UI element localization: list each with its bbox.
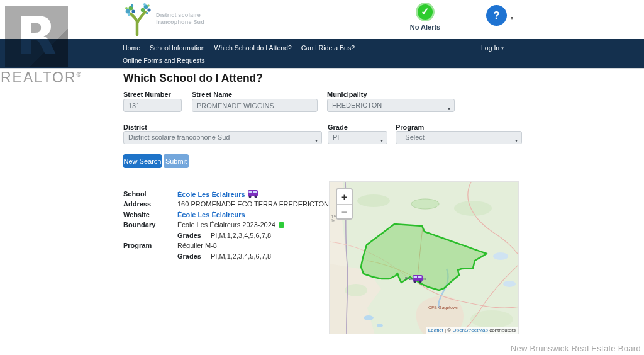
district-logo-line2: francophone Sud: [156, 19, 204, 26]
check-circle-icon: ✓: [416, 3, 435, 21]
question-mark-icon: ?: [493, 9, 499, 21]
district-logo[interactable]: [123, 3, 152, 38]
bus-icon: [248, 190, 258, 198]
tree-logo-icon: [123, 3, 152, 36]
address-value: 160 PROMENADE ECO TERRA FREDERICTON: [177, 200, 329, 208]
grades-label: Grades: [177, 232, 201, 239]
district-label: District: [123, 123, 147, 131]
submit-button[interactable]: Submit: [164, 154, 189, 168]
nav-item-home[interactable]: Home: [121, 44, 142, 52]
login-menu[interactable]: Log In▾: [481, 44, 504, 52]
header: District scolaire francophone Sud ✓ No A…: [0, 0, 644, 39]
grade-value: PI: [333, 133, 339, 141]
registered-symbol: ®: [77, 71, 82, 78]
nav-item-ride-bus[interactable]: Can I Ride a Bus?: [299, 44, 357, 52]
help-caret-icon[interactable]: ▾: [511, 15, 513, 21]
grades-value: PI,M,1,2,3,4,5,6,7,8: [211, 232, 271, 239]
nav-item-school-information[interactable]: School Information: [148, 44, 207, 52]
street-name-input[interactable]: [192, 99, 318, 112]
caret-down-icon: ▾: [515, 135, 518, 144]
website-label: Website: [123, 211, 150, 218]
caret-down-icon: ▾: [501, 46, 504, 50]
municipality-label: Municipality: [327, 91, 367, 98]
alerts-label: No Alerts: [406, 23, 445, 31]
caret-down-icon: ▾: [380, 135, 383, 144]
nav-item-which-school[interactable]: Which School do I Attend?: [213, 44, 294, 52]
program-result-value: Régulier M-8: [177, 242, 217, 249]
boundary-color-swatch: [279, 222, 284, 228]
grade-label: Grade: [328, 123, 348, 131]
website-link[interactable]: École Les Éclaireurs: [177, 211, 245, 218]
nav-row-1: Home School Information Which School do …: [121, 44, 357, 52]
website-row: École Les Éclaireurs: [177, 211, 245, 218]
map-canvas[interactable]: que île Fredericton CFB Gagetown: [330, 182, 519, 334]
attribution-separator: | ©: [443, 327, 453, 333]
program-select[interactable]: --Select-- ▾: [396, 131, 522, 144]
help-button[interactable]: ?: [486, 5, 507, 26]
map-partial-label: île: [330, 218, 335, 222]
program-value: --Select--: [401, 133, 429, 141]
new-search-button[interactable]: New Search: [123, 154, 162, 168]
program-result-label: Program: [123, 242, 152, 249]
check-icon: ✓: [421, 6, 429, 17]
map-zoom-control: + −: [336, 188, 353, 220]
map-attribution: Leaflet | © OpenStreetMap contributors: [426, 327, 518, 334]
zoom-out-button[interactable]: −: [337, 204, 352, 218]
grades-label: Grades: [177, 252, 201, 260]
login-label: Log In: [481, 44, 499, 52]
caret-down-icon: ▾: [448, 103, 450, 112]
street-number-input[interactable]: [123, 99, 182, 112]
grades-value: PI,M,1,2,3,4,5,6,7,8: [211, 252, 271, 260]
nav-row-2: Online Forms and Requests: [121, 57, 207, 64]
caret-down-icon: ▾: [315, 135, 318, 144]
address-label: Address: [123, 200, 151, 208]
program-label: Program: [396, 123, 424, 131]
realtor-wordmark: REALTOR®: [1, 69, 82, 86]
navbar: Home School Information Which School do …: [0, 39, 644, 69]
attribution-tail: contributors: [488, 327, 516, 333]
grade-select[interactable]: PI ▾: [328, 131, 387, 144]
map-base-label: CFB Gagetown: [428, 305, 458, 310]
boundary-value: École Les Éclaireurs 2023-2024: [177, 221, 275, 228]
street-name-label: Street Name: [192, 91, 232, 98]
page: District scolaire francophone Sud ✓ No A…: [0, 0, 644, 355]
boundary-map[interactable]: que île Fredericton CFB Gagetown + − Lea…: [329, 181, 519, 334]
boundary-label: Boundary: [123, 221, 155, 228]
district-select[interactable]: District scolaire francophone Sud ▾: [123, 131, 322, 144]
municipality-value: FREDERICTON: [332, 101, 382, 109]
district-logo-line1: District scolaire: [156, 12, 204, 19]
leaflet-link[interactable]: Leaflet: [428, 327, 443, 333]
district-logo-text: District scolaire francophone Sud: [156, 12, 204, 26]
school-row: École Les Éclaireurs: [177, 190, 258, 198]
page-title: Which School do I Attend?: [123, 72, 263, 85]
municipality-select[interactable]: FREDERICTON ▾: [327, 99, 455, 112]
street-number-label: Street Number: [123, 91, 171, 98]
realtor-brand-text: REALTOR: [1, 69, 77, 86]
school-label: School: [123, 190, 147, 198]
alerts-status[interactable]: ✓ No Alerts: [406, 3, 445, 31]
nav-item-online-forms[interactable]: Online Forms and Requests: [121, 57, 207, 64]
district-value: District scolaire francophone Sud: [128, 133, 230, 141]
board-watermark-text: New Brunswick Real Estate Board: [511, 344, 641, 353]
school-link[interactable]: École Les Éclaireurs: [177, 191, 245, 198]
openstreetmap-link[interactable]: OpenStreetMap: [452, 327, 487, 333]
zoom-in-button[interactable]: +: [337, 189, 352, 204]
boundary-row: École Les Éclaireurs 2023-2024: [177, 221, 284, 228]
